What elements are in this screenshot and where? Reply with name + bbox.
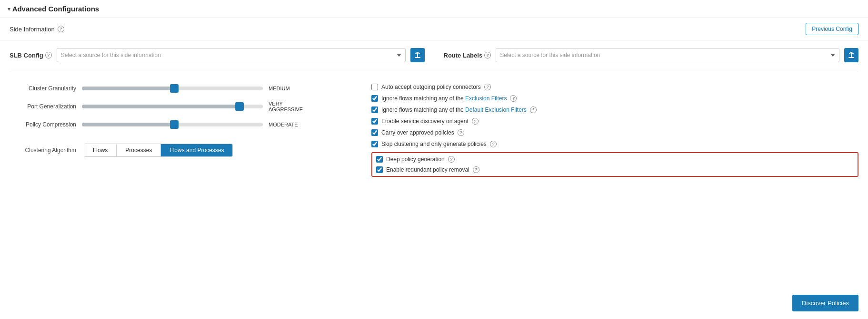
checkbox-chk2[interactable]	[371, 95, 378, 102]
checkbox-chk5[interactable]	[371, 129, 378, 136]
highlight-checkbox-chk7[interactable]	[376, 156, 383, 163]
checkbox-list: Auto accept outgoing policy connectors?I…	[371, 84, 858, 177]
slider-track-2[interactable]	[82, 123, 263, 126]
slider-track-0[interactable]	[82, 87, 263, 90]
checkbox-link-2[interactable]: Default Exclusion Filters	[465, 106, 527, 113]
checkbox-help-icon-0[interactable]: ?	[484, 84, 491, 90]
slider-row-0: Cluster GranularityMedium	[10, 84, 352, 93]
checkbox-label-5: Skip clustering and only generate polici…	[381, 141, 487, 147]
page-title: Advanced Configurations	[12, 5, 100, 13]
slider-track-container-0	[82, 84, 263, 93]
checkbox-chk3[interactable]	[371, 106, 378, 113]
slb-config-label: SLB Config ?	[10, 52, 52, 59]
route-upload-button[interactable]	[844, 48, 858, 62]
clustering-label: Clustering Algorithm	[10, 147, 76, 154]
checkbox-help-icon-2[interactable]: ?	[530, 106, 537, 113]
checkbox-item-3: Enable service discovery on agent?	[371, 118, 858, 125]
checkbox-link-1[interactable]: Exclusion Filters	[465, 95, 507, 102]
route-labels-help-icon[interactable]: ?	[484, 52, 491, 58]
checkbox-help-icon-1[interactable]: ?	[510, 95, 517, 102]
checkbox-chk1[interactable]	[371, 84, 378, 90]
slider-track-container-1	[82, 102, 263, 111]
upload-icon	[414, 52, 421, 58]
tab-flows-and-processes[interactable]: Flows and Processes	[161, 144, 232, 156]
route-labels-label: Route Labels ?	[444, 52, 491, 59]
checkbox-help-icon-3[interactable]: ?	[472, 118, 479, 125]
side-info-bar: Side Information ? Previous Config	[0, 18, 868, 40]
sliders-container: Cluster GranularityMediumPort Generaliza…	[10, 84, 352, 129]
highlight-checkbox-help-icon-1[interactable]: ?	[473, 166, 479, 173]
checkbox-item-2: Ignore flows matching any of the Default…	[371, 106, 858, 113]
right-controls: Auto accept outgoing policy connectors?I…	[371, 84, 858, 177]
checkbox-chk4[interactable]	[371, 118, 378, 125]
slb-help-icon[interactable]: ?	[45, 52, 52, 58]
highlight-checkbox-help-icon-0[interactable]: ?	[448, 156, 455, 163]
slider-value-1: Very Aggressive	[269, 101, 316, 112]
page-container: ▾ Advanced Configurations Side Informati…	[0, 0, 868, 319]
slider-row-2: Policy CompressionModerate	[10, 120, 352, 129]
highlight-checkbox-label-1: Enable redundant policy removal	[386, 166, 469, 173]
highlight-checkbox-chk8[interactable]	[376, 166, 383, 173]
checkbox-item-4: Carry over approved policies?	[371, 129, 858, 136]
slider-label-2: Policy Compression	[10, 121, 76, 128]
checkbox-chk6[interactable]	[371, 141, 378, 147]
highlight-checkbox-item-0: Deep policy generation?	[376, 156, 854, 163]
left-controls: Cluster GranularityMediumPort Generaliza…	[10, 84, 352, 177]
controls-area: Cluster GranularityMediumPort Generaliza…	[10, 84, 858, 177]
slider-label-1: Port Generalization	[10, 103, 76, 110]
slider-value-0: Medium	[269, 86, 316, 91]
side-info-text: Side Information	[10, 26, 55, 33]
checkbox-item-5: Skip clustering and only generate polici…	[371, 141, 858, 147]
discover-policies-button[interactable]: Discover Policies	[792, 295, 858, 311]
slider-row-1: Port GeneralizationVery Aggressive	[10, 101, 352, 112]
route-label-text: Route Labels	[444, 52, 483, 59]
advanced-config-header: ▾ Advanced Configurations	[0, 0, 868, 18]
route-labels-group: Route Labels ? Select a source for this …	[444, 48, 859, 62]
slider-thumb-1[interactable]	[235, 102, 244, 111]
slb-config-select[interactable]: Select a source for this side informatio…	[57, 48, 406, 62]
slider-thumb-2[interactable]	[170, 120, 179, 129]
slider-fill-1	[82, 105, 241, 108]
clustering-row: Clustering Algorithm FlowsProcessesFlows…	[10, 144, 352, 157]
route-labels-select[interactable]: Select a source for this side informatio…	[496, 48, 839, 62]
route-upload-icon	[848, 52, 855, 58]
checkbox-label-2: Ignore flows matching any of the Default…	[381, 106, 527, 113]
checkbox-label-3: Enable service discovery on agent	[381, 118, 469, 125]
footer: Discover Policies	[792, 295, 858, 311]
tab-flows[interactable]: Flows	[84, 144, 117, 156]
slider-track-1[interactable]	[82, 105, 263, 108]
checkbox-label-4: Carry over approved policies	[381, 129, 454, 136]
slider-fill-0	[82, 87, 176, 90]
previous-config-button[interactable]: Previous Config	[806, 23, 858, 35]
highlight-checkbox-box: Deep policy generation?Enable redundant …	[371, 152, 858, 177]
checkbox-help-icon-4[interactable]: ?	[458, 129, 464, 136]
main-content: SLB Config ? Select a source for this si…	[0, 40, 868, 184]
highlight-checkbox-item-1: Enable redundant policy removal?	[376, 166, 854, 173]
side-info-help-icon[interactable]: ?	[58, 26, 64, 32]
slb-label-text: SLB Config	[10, 52, 43, 59]
source-row: SLB Config ? Select a source for this si…	[10, 48, 858, 72]
slider-value-2: Moderate	[269, 122, 316, 127]
slider-label-0: Cluster Granularity	[10, 85, 76, 92]
checkbox-item-1: Ignore flows matching any of the Exclusi…	[371, 95, 858, 102]
side-info-label: Side Information ?	[10, 26, 64, 33]
slider-track-container-2	[82, 120, 263, 129]
checkbox-label-0: Auto accept outgoing policy connectors	[381, 84, 481, 90]
clustering-tab-group: FlowsProcessesFlows and Processes	[84, 144, 233, 157]
collapse-chevron-icon[interactable]: ▾	[8, 6, 10, 12]
checkbox-item-0: Auto accept outgoing policy connectors?	[371, 84, 858, 90]
checkbox-label-1: Ignore flows matching any of the Exclusi…	[381, 95, 507, 102]
slb-config-group: SLB Config ? Select a source for this si…	[10, 48, 425, 62]
slider-fill-2	[82, 123, 176, 126]
slider-thumb-0[interactable]	[170, 84, 179, 93]
checkbox-help-icon-5[interactable]: ?	[490, 141, 497, 147]
tab-processes[interactable]: Processes	[117, 144, 161, 156]
highlight-checkbox-label-0: Deep policy generation	[386, 156, 445, 163]
slb-upload-button[interactable]	[410, 48, 425, 62]
